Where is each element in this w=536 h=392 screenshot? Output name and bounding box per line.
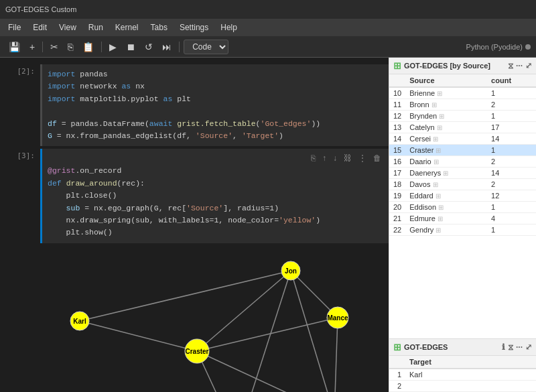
col-count[interactable]: count [487,74,536,87]
cell-type-select[interactable]: Code [184,40,228,54]
source-cell: Catelyn ⊞ [405,122,487,133]
count-cell: 1 [487,87,536,99]
cell-up-btn[interactable]: ↑ [320,153,328,164]
row-num: 17 [389,168,405,179]
source-cell: Eddard ⊞ [405,190,487,202]
target-cell: Karl [405,369,536,381]
table-row[interactable]: 21 Edmure ⊞ 4 [389,213,536,224]
top-bar: GOT-EDGES Custom [0,0,536,19]
menu-file[interactable]: File [3,21,26,34]
cell-link-icon: ⊞ [433,181,438,188]
cell-link-icon: ⊞ [438,204,444,211]
cell-3-prompt: [3]: [0,149,40,243]
source-cell: Brynden ⊞ [405,111,487,122]
row-num: 13 [389,122,405,133]
cell-link-icon: ⊞ [436,192,441,200]
menu-settings[interactable]: Settings [174,21,214,34]
menu-help[interactable]: Help [215,21,243,34]
cut-button[interactable]: ✂ [47,40,62,54]
info-icon[interactable]: ℹ [502,342,505,352]
count-cell: 1 [487,111,536,122]
count-cell: 2 [487,179,536,190]
table-row[interactable]: 16 Daario ⊞ 2 [389,156,536,168]
table-row[interactable]: 10 Brienne ⊞ 1 [389,87,536,99]
paste-button[interactable]: 📋 [79,40,97,54]
code-line: df = pandas.DataFrame(await grist.fetch_… [48,118,383,130]
cell-link-icon: ⊞ [437,90,442,97]
table-row[interactable]: 19 Eddard ⊞ 12 [389,190,536,202]
table-row[interactable]: 17 Daenerys ⊞ 14 [389,168,536,179]
source-cell: Daario ⊞ [405,156,487,168]
col-rownum-2 [389,356,405,369]
cell-link-icon: ⊞ [436,226,441,234]
notebook[interactable]: [2]: import pandas import networkx as nx… [0,58,389,392]
code-line: import networkx as nx [48,80,383,92]
separator-3 [179,42,180,52]
count-cell: 14 [487,133,536,145]
col-rownum [389,74,405,87]
source-cell: Edmure ⊞ [405,213,487,224]
cell-down-btn[interactable]: ↓ [331,153,339,164]
cell-2: [2]: import pandas import networkx as nx… [0,63,389,147]
menu-view[interactable]: View [54,21,82,34]
cell-delete-btn[interactable]: 🗑 [371,153,383,164]
filter-icon-2[interactable]: ⧖ [508,342,513,352]
menu-tabs[interactable]: Tabs [145,21,173,34]
kernel-status-dot [525,44,531,50]
table-row[interactable]: 11 Bronn ⊞ 2 [389,99,536,111]
col-target[interactable]: Target [405,356,536,369]
top-table-scroll[interactable]: Source count 10 Brienne ⊞ 1 11 Bronn ⊞ 2… [389,74,536,338]
cell-more-btn[interactable]: ⋮ [356,153,368,164]
node-craster-label: Craster [185,348,208,355]
table-row[interactable]: 14 Cersei ⊞ 14 [389,133,536,145]
table-row[interactable]: 18 Davos ⊞ 2 [389,179,536,190]
code-line: G = nx.from_pandas_edgelist(df, 'Source'… [48,130,383,142]
menu-edit[interactable]: Edit [27,21,52,34]
table-row[interactable]: 20 Eddison ⊞ 1 [389,202,536,213]
table-row[interactable]: 1 Karl [389,369,536,381]
menu-kernel[interactable]: Kernel [110,21,144,34]
cell-link-icon: ⊞ [438,215,443,222]
panel-bottom-header: ⊞ GOT-EDGES ℹ ⧖ ··· ⤢ [389,339,536,356]
more-icon[interactable]: ··· [516,61,523,70]
code-line: import pandas [48,68,383,80]
source-cell: Daenerys ⊞ [405,168,487,179]
separator-2 [101,42,102,52]
add-cell-button[interactable]: + [26,40,38,54]
table-row[interactable]: 15 Craster ⊞ 1 [389,145,536,156]
cell-3-content[interactable]: ⎘ ↑ ↓ ⛓ ⋮ 🗑 @grist.on_record def draw_ar… [40,149,389,243]
edge-jon-gilly [291,271,334,392]
save-button[interactable]: 💾 [5,40,23,54]
count-cell: 2 [487,156,536,168]
table-row[interactable]: 22 Gendry ⊞ 1 [389,224,536,236]
cell-link-icon: ⊞ [431,101,437,109]
table-row[interactable]: 12 Brynden ⊞ 1 [389,111,536,122]
stop-button[interactable]: ⏹ [123,40,139,54]
table-row[interactable]: 13 Catelyn ⊞ 17 [389,122,536,133]
code-line: @grist.on_record [48,165,383,177]
kernel-label: Python (Pyodide) [466,43,523,51]
cell-2-prompt: [2]: [0,64,40,146]
fast-forward-button[interactable]: ⏭ [159,40,175,54]
table-row[interactable]: 2 [389,381,536,392]
expand-icon-2[interactable]: ⤢ [525,342,532,352]
panel-top-section: ⊞ GOT-EDGES [by Source] ⧖ ··· ⤢ Source c… [389,58,536,338]
cell-2-content[interactable]: import pandas import networkx as nx impo… [40,64,389,146]
cell-copy-btn[interactable]: ⎘ [309,153,318,164]
edge-karl-craster [80,321,197,351]
expand-icon[interactable]: ⤢ [525,61,532,70]
right-panel: ⊞ GOT-EDGES [by Source] ⧖ ··· ⤢ Source c… [389,58,536,392]
count-cell: 2 [487,99,536,111]
copy-button[interactable]: ⎘ [64,40,76,54]
run-button[interactable]: ▶ [106,40,120,54]
kernel-indicator: Python (Pyodide) [466,43,531,51]
restart-button[interactable]: ↺ [141,40,156,54]
more-icon-2[interactable]: ··· [516,342,523,352]
col-source[interactable]: Source [405,74,487,87]
filter-icon[interactable]: ⧖ [508,61,513,70]
cell-link-btn[interactable]: ⛓ [342,153,354,164]
target-cell [405,381,536,392]
count-cell: 4 [487,213,536,224]
menu-run[interactable]: Run [83,21,109,34]
row-num: 21 [389,213,405,224]
